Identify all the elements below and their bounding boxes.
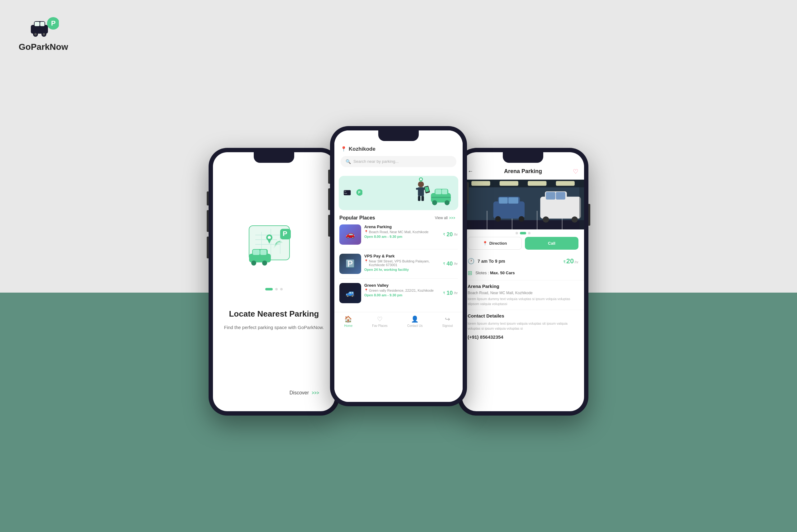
nav-fav-label: Fav Places <box>372 324 387 327</box>
parking-info-1: Arena Parking 📍 Boach Road, Near MC Mall… <box>364 225 440 245</box>
nav-favorites[interactable]: ♡ Fav Places <box>372 315 387 327</box>
per-hr-detail: /hr <box>574 260 578 264</box>
heart-icon: ♡ <box>377 315 383 323</box>
back-button[interactable]: ← <box>468 168 473 175</box>
svg-rect-55 <box>528 181 546 186</box>
svg-point-72 <box>495 216 501 222</box>
splash-screen: P <box>213 152 335 411</box>
svg-point-26 <box>251 261 256 266</box>
svg-rect-24 <box>253 250 260 255</box>
contact-title: Contact Detailes <box>468 313 578 319</box>
svg-text:P: P <box>283 230 287 238</box>
phone-splash: P <box>209 148 339 416</box>
slots-icon: ⊞ <box>468 270 472 277</box>
splash-subtitle: Find the perfect parking space with GoPa… <box>224 324 324 331</box>
slots-row: ⊞ Slotes : Max. 50 Cars <box>462 268 584 280</box>
call-button[interactable]: Call <box>525 237 578 250</box>
location-name: Kozhikode <box>349 146 376 152</box>
splash-illustration: P <box>240 213 308 276</box>
parking-status-2: Open 24 hr, working facility <box>364 268 440 271</box>
rupee-symbol-detail: ₹ <box>563 260 566 264</box>
parking-card-3[interactable]: 🚙 Green Valley 📍 Green vally Residence, … <box>339 283 458 307</box>
phones-container: P <box>0 0 797 532</box>
parking-thumb-1: 🚗 <box>339 225 361 245</box>
nav-contact[interactable]: 👤 Contact Us <box>407 315 422 327</box>
parking-price-2: ₹ 40 /hr <box>443 254 458 274</box>
detail-screen: ← Arena Parking ♡ <box>462 152 584 411</box>
phone-number: (+91) 856432354 <box>468 334 578 340</box>
nav-signout[interactable]: ↪ Signout <box>442 315 453 327</box>
svg-point-49 <box>444 200 450 205</box>
parking-card-2[interactable]: 🅿️ VPS Pay & Park 📍 Near SM Street, VPS … <box>339 254 458 279</box>
home-screen: 📍 Kozhikode 🔍 Search near by parking... <box>334 130 463 402</box>
favorite-button[interactable]: ♡ <box>573 168 578 175</box>
nav-home-label: Home <box>344 324 353 327</box>
parking-status-1: Open 8.00 am - 9.30 pm <box>364 235 440 239</box>
parking-thumb-2: 🅿️ <box>339 254 361 274</box>
call-label: Call <box>548 241 555 246</box>
svg-rect-50 <box>432 197 451 198</box>
bottom-nav: 🏠 Home ♡ Fav Places 👤 Contact Us ↪ Signo… <box>334 312 463 332</box>
nav-signout-label: Signout <box>442 324 453 327</box>
svg-point-67 <box>572 216 578 223</box>
phone-btn-vol-down <box>207 210 209 232</box>
parking-price-1: ₹ 20 /hr <box>443 225 458 245</box>
splash-content: P <box>213 152 335 411</box>
svg-rect-56 <box>556 181 575 186</box>
banner-logo: P Go Park <box>344 188 362 198</box>
parking-card-1[interactable]: 🚗 Arena Parking 📍 Boach Road, Near MC Ma… <box>339 225 458 249</box>
image-dots <box>462 229 584 237</box>
promo-banner: P Go Park <box>339 176 458 210</box>
discover-label: Discover <box>289 390 309 396</box>
splash-title: Locate Nearest Parking <box>229 309 319 319</box>
parking-info-2: VPS Pay & Park 📍 Near SM Street, VPS Bui… <box>364 254 440 274</box>
svg-rect-65 <box>556 192 565 199</box>
price-detail: 20 <box>566 257 574 265</box>
view-all-label: View all <box>435 216 448 220</box>
parking-image <box>462 179 584 229</box>
time-text: 7 am To 9 pm <box>478 259 505 264</box>
dot-2 <box>275 288 278 290</box>
nav-home[interactable]: 🏠 Home <box>344 315 353 327</box>
img-dot-3 <box>528 232 531 234</box>
parking-address-3: 📍 Green vally Residence, 222/21, Kozhiko… <box>364 289 440 292</box>
rupee-symbol-1: ₹ <box>443 232 445 236</box>
detail-section-title: Arena Parking <box>468 284 578 289</box>
popular-section: Popular Places View all 🚗 <box>334 215 463 307</box>
search-placeholder: Search near by parking... <box>353 159 398 164</box>
svg-rect-57 <box>462 220 584 229</box>
notch-3 <box>503 152 543 163</box>
parking-address-2: 📍 Near SM Street, VPS Building Palayam, … <box>364 259 440 267</box>
phone2-btn-power <box>467 182 469 204</box>
dot-1 <box>265 288 273 290</box>
price-unit-2: /hr <box>454 262 458 266</box>
phone-btn-vol-up <box>207 191 209 206</box>
discover-arrows <box>311 390 323 396</box>
phone2-btn-vol-down <box>328 188 330 210</box>
svg-rect-71 <box>508 197 518 203</box>
price-badge: ₹ 20 /hr <box>563 257 578 265</box>
parking-thumb-3: 🚙 <box>339 283 361 303</box>
home-screen-content: 📍 Kozhikode 🔍 Search near by parking... <box>334 130 463 402</box>
search-bar[interactable]: 🔍 Search near by parking... <box>341 156 456 167</box>
notch-2 <box>378 130 419 141</box>
svg-text:Park: Park <box>344 193 347 194</box>
svg-point-48 <box>432 200 437 205</box>
view-all-button[interactable]: View all <box>435 216 458 220</box>
img-dot-1 <box>516 232 518 234</box>
slots-text: Slotes : Max. 50 Cars <box>475 270 515 275</box>
detail-title: Arena Parking <box>504 168 542 175</box>
img-dot-2-active <box>520 232 526 234</box>
discover-button[interactable]: Discover <box>289 390 323 396</box>
phone-btn-silent <box>207 236 209 259</box>
direction-button[interactable]: 📍 Direction <box>468 237 522 250</box>
svg-rect-75 <box>580 179 584 229</box>
contact-icon: 👤 <box>411 315 419 323</box>
detail-address: Boach Road, Near MC Mall, Kozhikode <box>468 291 578 295</box>
price-num-3: 10 <box>447 290 453 296</box>
signout-icon: ↪ <box>445 315 450 323</box>
detail-screen-content: ← Arena Parking ♡ <box>462 152 584 411</box>
svg-point-42 <box>420 178 422 180</box>
time-info-row: 🕐 7 am To 9 pm ₹ 20 /hr <box>462 255 584 268</box>
svg-rect-70 <box>499 197 508 203</box>
